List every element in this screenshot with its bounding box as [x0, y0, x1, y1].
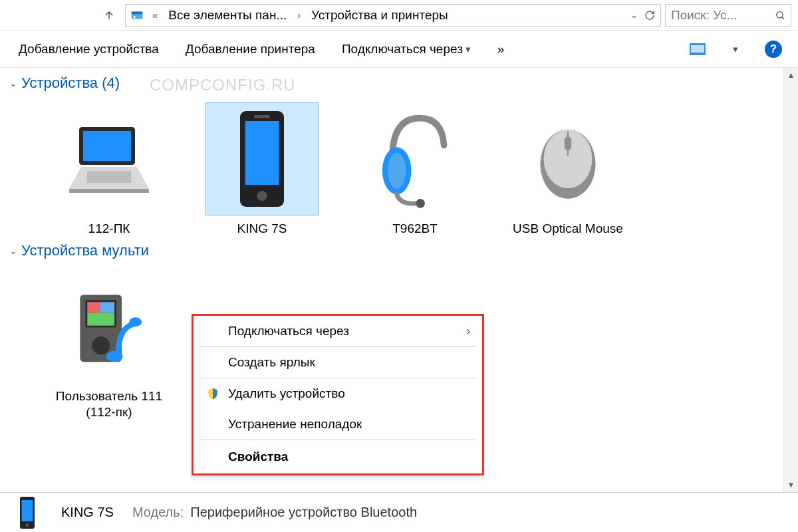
- ctx-properties[interactable]: Свойства: [194, 440, 482, 473]
- svg-rect-25: [100, 302, 114, 313]
- svg-point-16: [388, 152, 406, 189]
- up-icon[interactable]: [100, 6, 118, 25]
- chevron-left-icon: «: [148, 9, 162, 21]
- details-model-value: Периферийное устройство Bluetooth: [190, 505, 417, 520]
- device-label: USB Optical Mouse: [513, 221, 623, 237]
- refresh-icon[interactable]: [643, 9, 656, 22]
- breadcrumb[interactable]: « Все элементы пан... › Устройства и при…: [125, 4, 661, 27]
- chevron-right-icon: ›: [293, 10, 305, 21]
- svg-rect-20: [565, 136, 571, 150]
- headset-icon: [358, 102, 471, 215]
- ctx-remove-device[interactable]: Удалить устройство: [194, 378, 482, 409]
- group-title: Устройства (4): [21, 74, 120, 92]
- device-label: Пользователь 111 (112-пк): [43, 388, 176, 420]
- svg-rect-7: [83, 131, 131, 161]
- group-header[interactable]: ⌄ Устройства мульти: [9, 242, 798, 259]
- details-model-label: Модель:: [132, 505, 184, 520]
- menu-label: Свойства: [228, 450, 288, 464]
- svg-rect-1: [132, 11, 143, 14]
- device-grid: 112-ПК KING 7S: [9, 92, 798, 239]
- svg-rect-24: [87, 302, 100, 313]
- mouse-icon: [511, 102, 624, 215]
- device-label: KING 7S: [237, 221, 287, 237]
- chevron-down-icon: ⌄: [9, 78, 17, 88]
- context-menu: Подключаться через › Создать ярлык Удали…: [192, 314, 484, 475]
- chevron-down-icon: ⌄: [9, 245, 17, 256]
- chevron-right-icon: ›: [467, 325, 470, 337]
- device-item-mouse[interactable]: USB Optical Mouse: [501, 102, 634, 237]
- breadcrumb-item[interactable]: Все элементы пан...: [162, 8, 293, 23]
- device-item-pc[interactable]: 112-ПК: [43, 102, 176, 237]
- phone-icon: [205, 102, 319, 215]
- svg-point-28: [106, 351, 123, 362]
- search-input[interactable]: Поиск: Ус...: [665, 4, 791, 27]
- panel-icon: [128, 7, 146, 24]
- details-pane: KING 7S Модель: Периферийное устройство …: [0, 492, 798, 532]
- watermark: COMPCONFIG.RU: [150, 76, 296, 94]
- toolbar: Добавление устройства Добавление принтер…: [0, 31, 798, 68]
- svg-rect-5: [691, 45, 704, 53]
- preview-pane-icon[interactable]: [689, 43, 706, 56]
- help-icon[interactable]: ?: [765, 41, 782, 58]
- media-device-icon: [53, 270, 166, 383]
- svg-rect-14: [254, 115, 270, 118]
- svg-point-27: [92, 336, 110, 354]
- connect-via-label: Подключаться через: [342, 42, 463, 57]
- svg-point-3: [777, 11, 783, 17]
- scroll-up-icon[interactable]: ▲: [784, 68, 798, 82]
- group-devices: ⌄ Устройства (4) 112-ПК: [0, 68, 798, 239]
- menu-label: Подключаться через: [228, 324, 349, 338]
- breadcrumb-item[interactable]: Устройства и принтеры: [305, 8, 455, 23]
- device-label: 112-ПК: [88, 221, 130, 237]
- chevron-down-icon: ▾: [466, 43, 471, 55]
- svg-marker-9: [69, 189, 149, 193]
- device-item-phone[interactable]: KING 7S: [196, 102, 329, 237]
- svg-point-29: [129, 317, 142, 327]
- vertical-scrollbar[interactable]: ▲ ▼: [783, 68, 798, 492]
- details-name: KING 7S: [61, 505, 114, 520]
- device-item-headset[interactable]: T962BT: [348, 102, 481, 237]
- details-model: Модель: Периферийное устройство Bluetoot…: [132, 505, 417, 520]
- shield-icon: [203, 386, 223, 402]
- phone-icon: [12, 497, 43, 528]
- search-placeholder: Поиск: Ус...: [671, 8, 737, 23]
- svg-point-2: [134, 15, 136, 18]
- ctx-create-shortcut[interactable]: Создать ярлык: [194, 347, 482, 378]
- svg-rect-31: [22, 500, 33, 521]
- content-area: COMPCONFIG.RU ⌄ Устройства (4) 112-ПК: [0, 68, 798, 492]
- svg-rect-26: [87, 313, 114, 325]
- device-label: T962BT: [392, 221, 438, 237]
- ctx-connect-via[interactable]: Подключаться через ›: [194, 316, 482, 346]
- svg-rect-12: [245, 121, 279, 185]
- device-item-media[interactable]: Пользователь 111 (112-пк): [43, 270, 176, 420]
- svg-point-17: [416, 199, 425, 208]
- add-device-button[interactable]: Добавление устройства: [19, 42, 159, 57]
- svg-point-32: [26, 523, 29, 527]
- chevron-down-icon[interactable]: ▾: [733, 43, 738, 55]
- scroll-down-icon[interactable]: ▼: [784, 477, 798, 492]
- svg-point-13: [257, 191, 267, 201]
- chevron-down-icon[interactable]: ⌄: [630, 10, 638, 20]
- connect-via-button[interactable]: Подключаться через ▾: [342, 42, 471, 57]
- laptop-icon: [53, 102, 166, 215]
- search-icon: [775, 10, 785, 21]
- svg-rect-10: [87, 171, 131, 183]
- address-bar: « Все элементы пан... › Устройства и при…: [0, 0, 798, 31]
- menu-label: Устранение неполадок: [228, 417, 362, 432]
- ctx-troubleshoot[interactable]: Устранение неполадок: [194, 409, 482, 440]
- menu-label: Удалить устройство: [228, 386, 345, 401]
- group-header[interactable]: ⌄ Устройства (4): [9, 74, 798, 92]
- group-title: Устройства мульти: [21, 242, 149, 259]
- menu-label: Создать ярлык: [228, 355, 315, 370]
- toolbar-overflow-button[interactable]: »: [497, 42, 505, 57]
- add-printer-button[interactable]: Добавление принтера: [186, 42, 315, 57]
